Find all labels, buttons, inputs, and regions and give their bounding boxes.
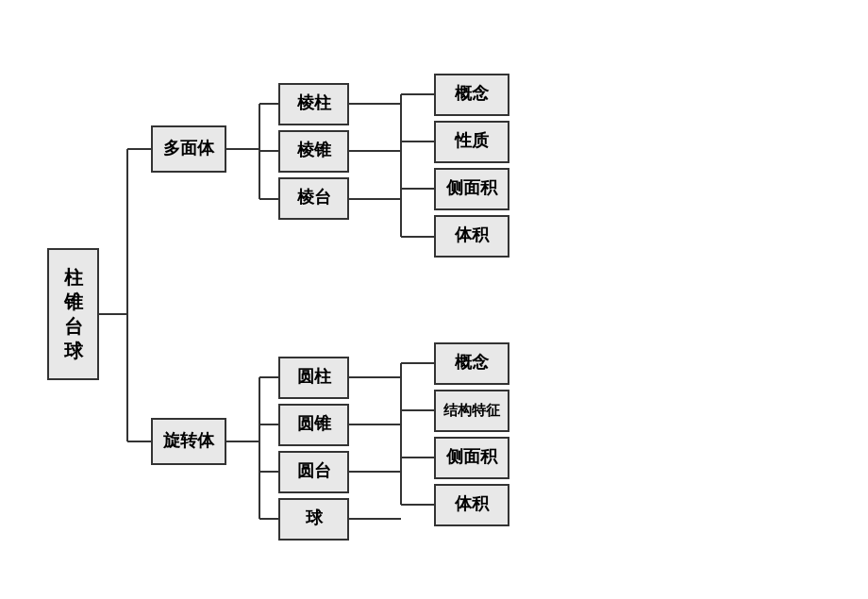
diagram: 柱 锥 台 球 多面体 旋转体 棱柱 棱锥 棱台 圆柱 圆锥 圆台 球 概念 性… — [28, 22, 840, 578]
rotational-node: 旋转体 — [151, 418, 226, 465]
prism-node: 棱柱 — [278, 83, 349, 125]
frustum-node: 棱台 — [278, 177, 349, 220]
structure2-node: 结构特征 — [434, 390, 509, 432]
pyramid-node: 棱锥 — [278, 130, 349, 173]
lateral1-node: 侧面积 — [434, 168, 509, 210]
polyhedral-node: 多面体 — [151, 125, 226, 173]
concept2-node: 概念 — [434, 342, 509, 385]
cylinder-node: 圆柱 — [278, 357, 349, 399]
rcone-node: 圆台 — [278, 451, 349, 493]
cone-node: 圆锥 — [278, 404, 349, 446]
root-node: 柱 锥 台 球 — [47, 248, 99, 380]
property1-node: 性质 — [434, 121, 509, 163]
lateral2-node: 侧面积 — [434, 437, 509, 479]
sphere-node: 球 — [278, 498, 349, 541]
volume2-node: 体积 — [434, 484, 509, 526]
concept1-node: 概念 — [434, 74, 509, 116]
volume1-node: 体积 — [434, 215, 509, 258]
